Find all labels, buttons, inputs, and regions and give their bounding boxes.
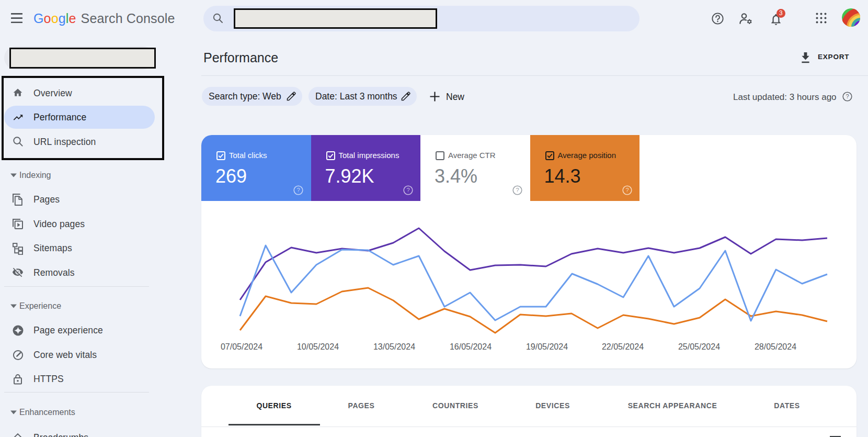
- svg-text:?: ?: [516, 187, 519, 193]
- svg-text:?: ?: [296, 187, 300, 193]
- svg-text:13/05/2024: 13/05/2024: [373, 342, 415, 351]
- svg-text:16/05/2024: 16/05/2024: [450, 342, 492, 351]
- svg-text:28/05/2024: 28/05/2024: [755, 342, 796, 351]
- svg-text:?: ?: [625, 187, 629, 193]
- svg-text:?: ?: [846, 93, 849, 99]
- svg-text:25/05/2024: 25/05/2024: [678, 342, 720, 351]
- svg-text:?: ?: [406, 187, 409, 193]
- svg-text:07/05/2024: 07/05/2024: [221, 342, 262, 351]
- svg-text:19/05/2024: 19/05/2024: [526, 342, 568, 351]
- svg-text:10/05/2024: 10/05/2024: [297, 342, 339, 351]
- svg-text:22/05/2024: 22/05/2024: [602, 342, 644, 351]
